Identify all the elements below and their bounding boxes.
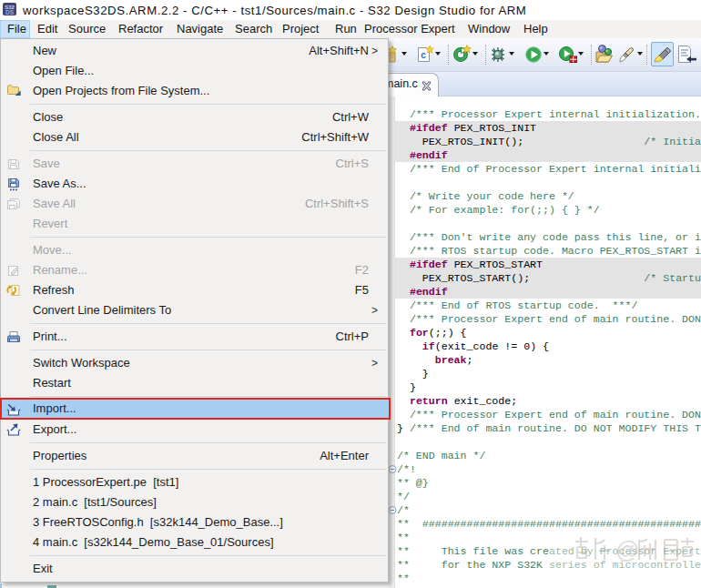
svg-text:c: c xyxy=(421,50,426,60)
svg-text:@: @ xyxy=(615,536,639,563)
svg-text:DS: DS xyxy=(5,9,15,15)
